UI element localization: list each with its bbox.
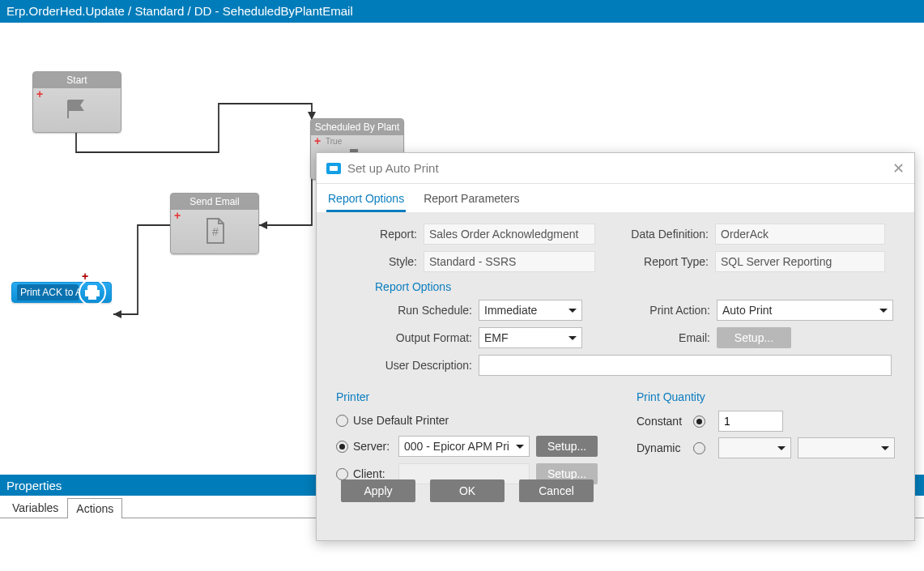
node-print-ack[interactable]: Print ACK to APM + [11,282,112,303]
label-report: Report: [336,228,417,241]
section-report-options: Report Options [375,280,895,293]
svg-marker-1 [259,221,267,229]
expand-icon[interactable]: + [82,272,92,282]
expand-icon[interactable]: + [174,211,184,221]
section-printer: Printer [336,390,628,403]
field-style: Standard - SSRS [424,251,595,272]
label-default-printer: Use Default Printer [353,414,449,427]
tab-report-options[interactable]: Report Options [326,187,406,212]
label-qty-dynamic: Dynamic [637,441,693,454]
radio-qty-dynamic[interactable] [693,442,705,454]
chevron-down-icon [568,309,577,317]
label-print-action: Print Action: [582,304,710,317]
label-report-type: Report Type: [595,255,709,268]
page-title-bar: Erp.OrderHed.Update / Standard / DD - Se… [0,0,924,23]
server-setup-button[interactable]: Setup... [536,436,598,457]
printer-icon [79,279,106,306]
tab-report-parameters[interactable]: Report Parameters [422,187,521,212]
select-print-action[interactable]: Auto Print [717,300,893,321]
node-scheduled-header: Scheduled By Plant [311,119,403,135]
select-run-schedule[interactable]: Immediate [479,300,582,321]
label-output-format: Output Format: [336,331,472,344]
close-icon[interactable]: ✕ [892,160,905,177]
label-email: Email: [582,331,710,344]
chevron-down-icon [777,446,786,454]
chevron-down-icon [516,445,524,453]
chevron-down-icon [568,336,577,344]
chevron-down-icon [879,309,888,317]
expand-icon[interactable]: + [36,90,46,100]
ok-button[interactable]: OK [430,479,505,502]
node-condition-badge: True [326,137,342,146]
window-icon [326,163,341,174]
dialog-titlebar[interactable]: Set up Auto Print ✕ [317,153,914,184]
label-server: Server: [353,440,395,453]
select-qty-dynamic-2[interactable] [798,437,895,458]
svg-rect-6 [88,295,96,300]
field-report: Sales Order Acknowledgment [424,224,595,245]
field-report-type: SQL Server Reporting [715,251,885,272]
label-datadef: Data Definition: [595,228,709,241]
dialog-auto-print: Set up Auto Print ✕ Report Options Repor… [316,152,915,541]
cancel-button[interactable]: Cancel [519,479,594,502]
radio-default-printer[interactable] [336,415,348,427]
node-start-header: Start [33,72,121,88]
svg-text:#: # [212,225,219,238]
section-print-quantity: Print Quantity [637,390,895,403]
node-printack-header: Print ACK to APM [17,284,79,300]
label-client: Client: [353,467,395,480]
label-style: Style: [336,255,417,268]
email-setup-button: Setup... [717,327,791,348]
select-output-format[interactable]: EMF [479,327,582,348]
node-start[interactable]: Start + [32,71,121,133]
apply-button[interactable]: Apply [341,479,415,502]
label-run-schedule: Run Schedule: [336,304,472,317]
tab-variables[interactable]: Variables [3,497,67,518]
node-send-email[interactable]: Send Email + # [170,193,259,254]
flag-icon [63,97,91,124]
input-user-description[interactable] [479,355,892,376]
input-qty-constant[interactable] [718,411,783,432]
field-datadef: OrderAck [715,224,885,245]
select-server-printer[interactable]: 000 - Epicor APM Pri [398,436,530,457]
label-qty-constant: Constant [637,415,693,428]
radio-client-printer[interactable] [336,468,348,480]
document-icon: # [202,217,227,247]
svg-rect-5 [88,285,96,290]
node-sendemail-header: Send Email [171,194,258,210]
select-qty-dynamic-1[interactable] [718,437,791,458]
tab-actions[interactable]: Actions [67,498,122,518]
radio-qty-constant[interactable] [693,415,705,428]
label-user-description: User Description: [336,359,472,372]
chevron-down-icon [881,446,889,454]
svg-marker-2 [113,310,121,318]
dialog-tabs: Report Options Report Parameters [317,184,914,212]
dialog-title-text: Set up Auto Print [347,161,439,175]
radio-server-printer[interactable] [336,441,348,453]
expand-icon[interactable]: + [314,137,324,147]
